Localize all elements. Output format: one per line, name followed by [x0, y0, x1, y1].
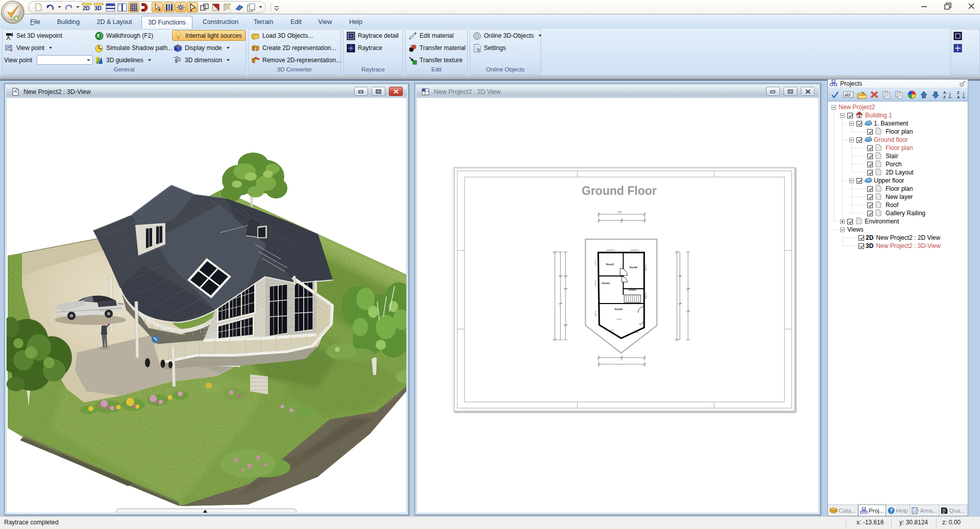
svg-text:1.57 m: 1.57 m [594, 259, 597, 266]
svg-text:Room1: Room1 [602, 282, 610, 285]
svg-text:2.83 m: 2.83 m [645, 264, 647, 271]
svg-text:3D: 3D [94, 5, 102, 11]
svg-text:2D: 2D [83, 5, 90, 11]
svg-text:?: ? [890, 508, 893, 514]
svg-text:6.83 m: 6.83 m [594, 310, 597, 317]
svg-text:Room2: Room2 [606, 263, 614, 266]
svg-text:7.57: 7.57 [618, 211, 622, 214]
svg-text:Z.: Z. [957, 90, 961, 95]
svg-text:5.93 m: 5.93 m [608, 329, 615, 332]
svg-text:Ground Floor: Ground Floor [582, 184, 657, 197]
svg-text:A.: A. [943, 90, 947, 95]
svg-text:6.8199 m: 6.8199 m [631, 249, 640, 251]
svg-text:Room6: Room6 [629, 266, 638, 269]
svg-text:Z: Z [943, 95, 946, 99]
svg-text:13 m²: 13 m² [617, 318, 622, 320]
svg-text:0.54 m: 0.54 m [594, 280, 597, 286]
svg-text:A: A [957, 95, 960, 99]
svg-text:Room5: Room5 [615, 308, 623, 311]
svg-text:8.8199 m: 8.8199 m [607, 249, 616, 251]
svg-text:4.08 m: 4.08 m [632, 331, 639, 334]
svg-text:Room3: Room3 [628, 289, 636, 291]
svg-text:0.83 m: 0.83 m [645, 292, 647, 299]
svg-text:abl: abl [845, 92, 851, 97]
